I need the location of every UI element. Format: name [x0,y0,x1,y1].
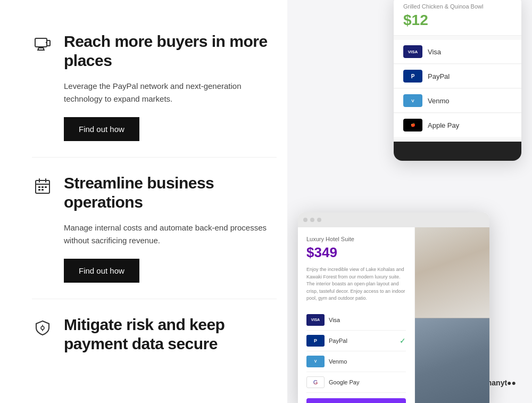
item-title: Grilled Chicken & Quinoa Bowl [403,3,512,10]
svg-rect-10 [41,186,44,188]
visa-label: Visa [428,48,441,56]
section-header: Reach more buyers in more places [32,32,277,70]
d-google-label: Google Pay [329,379,359,385]
section-desc-reach: Leverage the PayPal network and next-gen… [64,80,277,105]
section-desc-streamline: Manage internal costs and automate back-… [64,221,277,247]
section-header-2: Streamline business operations [32,174,277,212]
visa-logo: VISA [403,45,422,58]
section-title-streamline: Streamline business operations [64,174,277,212]
applepay-label: Apple Pay [428,121,459,129]
d-payment-venmo[interactable]: V Venmo [306,351,406,372]
item-price: $12 [403,12,512,29]
section-mitigate: Mitigate risk and keep payment data secu… [32,299,277,379]
section-reach-buyers: Reach more buyers in more places Leverag… [32,16,277,158]
right-panel: Grilled Chicken & Quinoa Bowl $12 VISA V… [287,0,532,403]
d-payment-google[interactable]: G Google Pay [306,372,406,393]
mobile-checkout-header: Grilled Chicken & Quinoa Bowl $12 [394,0,521,36]
d-visa-logo: VISA [306,314,325,326]
mobile-checkout-footer [394,142,521,161]
svg-rect-9 [38,186,40,188]
d-venmo-label: Venmo [329,358,347,365]
hotel-price: $349 [306,244,406,261]
book-now-button[interactable]: Book now [306,398,406,404]
svg-point-14 [41,326,44,330]
d-paypal-logo: P [306,335,325,347]
paypal-checkmark: ✓ [400,336,406,345]
svg-rect-11 [45,186,47,188]
svg-rect-0 [35,38,47,47]
paypal-label: PayPal [428,72,450,80]
paypal-logo: P [403,70,422,83]
hotel-image-living [415,318,489,404]
d-google-logo: G [306,376,325,388]
hotel-images [415,227,489,403]
applepay-logo: 🍎 [403,119,422,131]
payment-option-paypal[interactable]: P PayPal [394,64,521,88]
d-paypal-label: PayPal [329,338,347,344]
browser-dot-1 [303,218,307,222]
manytoo-logo: manyt●● [485,379,516,387]
mobile-checkout-card: Grilled Chicken & Quinoa Bowl $12 VISA V… [394,0,521,161]
payment-option-visa[interactable]: VISA Visa [394,40,521,64]
venmo-logo: V [403,94,422,107]
hotel-image-bedroom [415,227,489,318]
svg-rect-12 [38,189,40,191]
browser-content: Luxury Hotel Suite $349 Enjoy the incred… [298,227,489,403]
hotel-name: Luxury Hotel Suite [306,236,406,242]
payment-option-applepay[interactable]: 🍎 Apple Pay [394,113,521,137]
desktop-checkout-card: Luxury Hotel Suite $349 Enjoy the incred… [298,212,489,403]
section-header-3: Mitigate risk and keep payment data secu… [32,315,277,353]
browser-dot-3 [317,218,321,222]
browser-left-panel: Luxury Hotel Suite $349 Enjoy the incred… [298,227,415,403]
section-title-reach: Reach more buyers in more places [64,32,277,70]
find-out-how-button-1[interactable]: Find out how [64,117,139,141]
browser-dot-2 [310,218,314,222]
d-visa-label: Visa [329,317,340,323]
venmo-label: Venmo [428,97,449,105]
section-title-mitigate: Mitigate risk and keep payment data secu… [64,315,277,353]
find-out-how-button-2[interactable]: Find out how [64,259,139,283]
calendar-icon [32,176,53,197]
hotel-description: Enjoy the incredible view of Lake Kohala… [306,266,406,302]
section-streamline: Streamline business operations Manage in… [32,158,277,299]
d-venmo-logo: V [306,356,325,367]
payment-option-venmo[interactable]: V Venmo [394,89,521,113]
payment-methods-list: VISA Visa P PayPal V Venmo 🍎 Apple Pay [394,36,521,142]
d-payment-paypal[interactable]: P PayPal ✓ [306,331,406,351]
left-panel: Reach more buyers in more places Leverag… [0,0,298,403]
browser-bar [298,212,489,227]
d-payment-visa[interactable]: VISA Visa [306,310,406,331]
monitor-icon [32,34,53,55]
svg-rect-3 [47,40,50,46]
svg-rect-13 [41,189,44,191]
shield-icon [32,317,53,339]
